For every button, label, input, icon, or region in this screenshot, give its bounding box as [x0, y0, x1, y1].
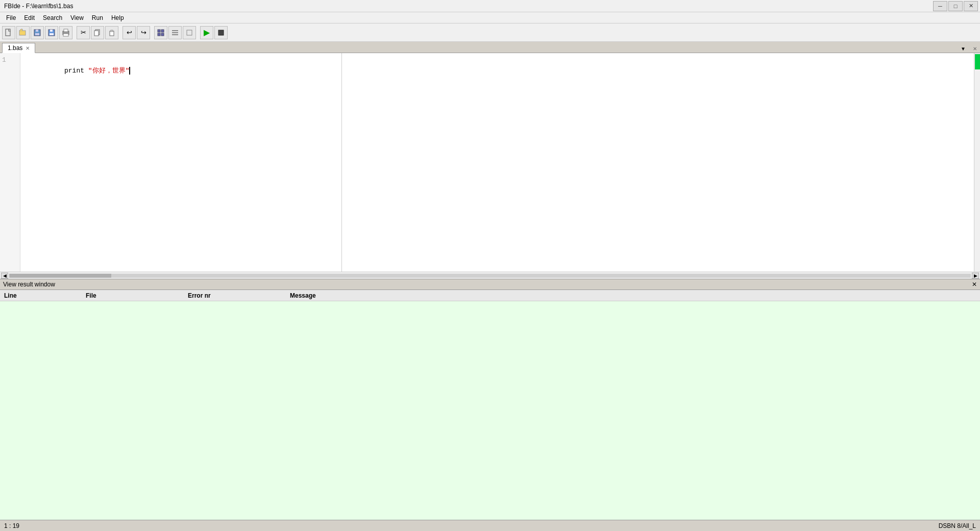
svg-rect-22 [187, 30, 192, 35]
new-button[interactable] [2, 26, 15, 39]
result-content [0, 301, 980, 520]
svg-rect-18 [161, 33, 164, 36]
copy-button[interactable] [91, 26, 104, 39]
svg-rect-12 [94, 31, 99, 36]
svg-rect-17 [158, 33, 160, 36]
result-window-title: View result window [3, 281, 55, 288]
svg-rect-0 [6, 29, 10, 36]
status-bar: 1 : 19 DSBN 8/All_L [0, 520, 980, 531]
line-number-1: 1 [2, 55, 18, 66]
cursor [129, 67, 134, 75]
maximize-button[interactable]: □ [948, 1, 963, 11]
svg-rect-9 [64, 29, 68, 32]
tab-panel-close-button[interactable]: ✕ [970, 45, 980, 53]
svg-rect-14 [111, 30, 113, 32]
svg-rect-7 [50, 33, 54, 35]
scroll-thumb[interactable] [9, 274, 111, 278]
line-numbers: 1 [0, 53, 20, 272]
scrollbar-thumb[interactable] [975, 54, 980, 69]
redo-button[interactable]: ↪ [137, 26, 150, 39]
scroll-right-button[interactable]: ▶ [972, 273, 979, 279]
app-window: FBIde - F:\learn\fbs\1.bas ─ □ ✕ File Ed… [0, 0, 980, 531]
result-columns: Line File Error nr Message [0, 290, 980, 301]
tab-1bas[interactable]: 1.bas ✕ [2, 43, 35, 53]
menu-search[interactable]: Search [39, 13, 66, 22]
single-view-button[interactable] [183, 26, 196, 39]
svg-rect-21 [172, 34, 178, 35]
svg-rect-4 [35, 33, 39, 35]
tab-close-button[interactable]: ✕ [26, 45, 30, 51]
svg-rect-1 [19, 31, 26, 35]
tab-label: 1.bas [8, 44, 22, 52]
code-editor[interactable]: print "你好，世界" [20, 53, 341, 272]
menu-view[interactable]: View [66, 13, 88, 22]
code-editor-area: 1 print "你好，世界" [0, 53, 980, 272]
svg-rect-15 [158, 30, 160, 32]
tab-dropdown-button[interactable]: ▼ [959, 45, 968, 53]
scroll-left-button[interactable]: ◀ [1, 273, 8, 279]
menu-run[interactable]: Run [88, 13, 107, 22]
svg-rect-16 [161, 30, 164, 32]
right-editor-panel [342, 53, 980, 272]
menu-file[interactable]: File [2, 13, 20, 22]
col-line: Line [4, 292, 45, 299]
save-all-button[interactable] [31, 26, 44, 39]
left-editor-panel: 1 print "你好，世界" [0, 53, 342, 272]
col-message: Message [290, 292, 316, 299]
open-button[interactable] [16, 26, 30, 39]
status-right-info: DSBN 8/All_L [939, 522, 976, 529]
list-view-button[interactable] [168, 26, 182, 39]
title-bar: FBIde - F:\learn\fbs\1.bas ─ □ ✕ [0, 0, 980, 12]
svg-rect-20 [172, 32, 178, 33]
svg-rect-6 [50, 30, 53, 32]
window-controls: ─ □ ✕ [933, 1, 978, 11]
horizontal-scrollbar[interactable]: ◀ ▶ [0, 272, 980, 279]
status-position: 1 : 19 [4, 522, 19, 529]
minimize-button[interactable]: ─ [933, 1, 947, 11]
run-button[interactable]: ▶ [200, 26, 213, 39]
window-title: FBIde - F:\learn\fbs\1.bas [2, 3, 73, 10]
col-file: File [86, 292, 147, 299]
result-window-header: View result window ✕ [0, 279, 980, 290]
vertical-scrollbar[interactable] [974, 53, 980, 272]
menu-edit[interactable]: Edit [20, 13, 39, 22]
code-string: "你好，世界" [88, 67, 130, 75]
scroll-track[interactable] [9, 274, 971, 278]
code-keyword: print [64, 67, 84, 75]
print-button[interactable] [59, 26, 72, 39]
main-content: 1 print "你好，世界" ◀ ▶ [0, 53, 980, 520]
svg-rect-19 [172, 30, 178, 31]
save-button[interactable] [45, 26, 58, 39]
svg-rect-23 [218, 30, 224, 35]
undo-button[interactable]: ↩ [122, 26, 136, 39]
cut-button[interactable]: ✂ [77, 26, 90, 39]
tab-bar: 1.bas ✕ ▼ ✕ [0, 42, 980, 53]
result-window-close-button[interactable]: ✕ [972, 281, 977, 288]
debug-button[interactable] [214, 26, 228, 39]
svg-rect-10 [63, 34, 68, 36]
col-error-nr: Error nr [188, 292, 249, 299]
paste-button[interactable] [105, 26, 118, 39]
svg-rect-3 [36, 30, 38, 32]
toolbar: ✂ ↩ ↪ ▶ [0, 23, 980, 42]
grid-view-button[interactable] [154, 26, 167, 39]
menu-bar: File Edit Search View Run Help [0, 12, 980, 23]
window-close-button[interactable]: ✕ [964, 1, 978, 11]
menu-help[interactable]: Help [107, 13, 128, 22]
